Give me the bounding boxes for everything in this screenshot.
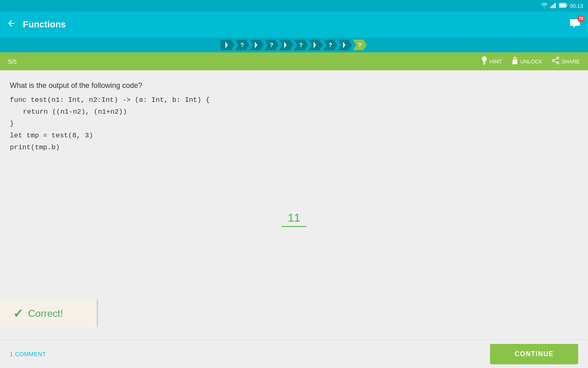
svg-line-32 [555,58,557,60]
code-line-1: func test(n1: Int, n2:Int) -> (a: Int, b… [10,94,578,106]
hint-button[interactable]: HINT [481,56,502,66]
answer-value: 11 [282,211,306,227]
step-6[interactable]: ? [294,40,308,50]
page-title: Functions [23,19,568,30]
lesson-counter: 5/5 [8,58,481,65]
unlock-icon [512,57,518,66]
battery-icon [559,3,567,9]
signal-icon [550,2,557,9]
question-prompt: What is the output of the following code… [10,80,578,91]
nav-actions: HINT UNLOCK SHARE [481,56,580,66]
status-time: 00:13 [570,3,583,9]
step-7[interactable] [309,40,323,50]
status-bar: 00:13 [0,0,588,11]
step-2[interactable]: ? [235,40,249,50]
checkmark-icon: ✓ [13,306,23,321]
hint-label: HINT [490,58,502,65]
share-button[interactable]: SHARE [552,57,580,66]
unlock-label: UNLOCK [520,58,542,65]
code-line-5: print(tmp.b) [10,142,578,154]
svg-text:?: ? [329,42,332,48]
lesson-nav: 5/5 HINT UNLOCK [0,52,588,70]
correct-text: Correct! [28,308,63,319]
step-5[interactable] [279,40,293,50]
comment-link[interactable]: 1 COMMENT [10,351,46,357]
svg-rect-2 [553,4,555,8]
svg-rect-5 [566,4,567,6]
progress-steps: ? ? ? ? [220,40,368,50]
svg-rect-27 [483,63,486,63]
top-bar: Functions 78 [0,11,588,38]
svg-point-30 [557,62,559,64]
svg-text:?: ? [299,42,303,48]
svg-text:?: ? [241,42,244,48]
code-line-4: let tmp = test(8, 3) [10,130,578,142]
svg-rect-6 [560,4,566,7]
step-1[interactable] [220,40,234,50]
step-9[interactable] [338,40,352,50]
step-3[interactable] [250,40,264,50]
svg-text:?: ? [270,42,274,48]
status-icons: 00:13 [541,2,583,9]
svg-text:?: ? [358,42,362,48]
svg-rect-28 [483,64,485,65]
svg-rect-1 [552,5,553,8]
wifi-icon [541,2,548,9]
svg-line-33 [555,61,557,63]
code-block: func test(n1: Int, n2:Int) -> (a: Int, b… [10,94,578,153]
share-icon [552,57,559,66]
step-8[interactable]: ? [323,40,337,50]
svg-rect-3 [555,3,556,8]
progress-bar: ? ? ? ? [0,38,588,52]
bottom-bar: 1 COMMENT CONTINUE [0,339,588,368]
code-line-2: return ((n1-n2), (n1+n2)) [10,106,578,118]
unlock-button[interactable]: UNLOCK [512,57,542,66]
svg-point-29 [557,57,559,59]
answer-area: 11 [282,211,306,227]
continue-button[interactable]: CONTINUE [490,344,578,364]
chat-badge: 78 [577,15,585,22]
chat-button[interactable]: 78 [568,18,581,32]
svg-point-31 [552,60,555,62]
back-button[interactable] [7,18,16,31]
share-label: SHARE [561,58,580,65]
hint-icon [481,56,488,66]
step-10-active[interactable]: ? [353,40,367,50]
step-4[interactable]: ? [265,40,278,50]
correct-banner: ✓ Correct! [0,300,98,327]
code-line-3: } [10,118,578,130]
svg-rect-0 [550,7,552,8]
